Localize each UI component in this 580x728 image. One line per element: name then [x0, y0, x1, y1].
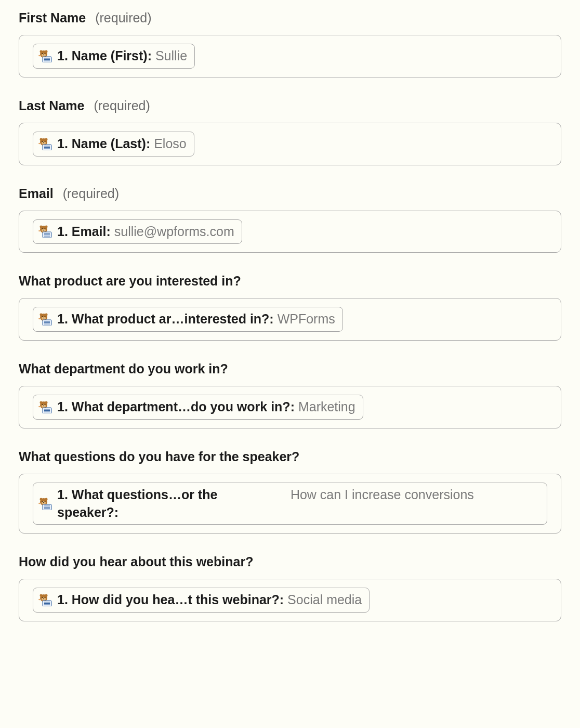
- smart-tag[interactable]: 1. How did you hea…t this webinar?: Soci…: [33, 588, 370, 613]
- field-label: How did you hear about this webinar?: [19, 554, 253, 569]
- bear-form-icon: [38, 50, 52, 62]
- smart-tag[interactable]: 1. Name (First): Sullie: [33, 44, 195, 69]
- smart-tag-key: 1. Email:: [57, 224, 114, 239]
- smart-tag[interactable]: 1. Email: sullie@wpforms.com: [33, 219, 242, 244]
- field-input-box[interactable]: 1. What questions…or the speaker?:How ca…: [19, 474, 561, 534]
- field-label: What product are you interested in?: [19, 274, 241, 289]
- smart-tag-value: Marketing: [298, 399, 355, 414]
- field-input-box[interactable]: 1. What department…do you work in?: Mark…: [19, 386, 561, 428]
- field-label: Email: [19, 186, 54, 201]
- required-indicator: (required): [95, 10, 151, 25]
- form-field-group: First Name(required)1. Name (First): Sul…: [19, 10, 561, 77]
- smart-tag-value: Eloso: [154, 136, 187, 151]
- required-indicator: (required): [63, 186, 119, 201]
- field-label: Last Name: [19, 98, 84, 113]
- field-label: What department do you work in?: [19, 361, 228, 376]
- bear-form-icon: [38, 313, 52, 326]
- smart-tag-key: 1. What department…do you work in?:: [57, 399, 298, 414]
- smart-tag-key: 1. Name (First):: [57, 48, 155, 63]
- smart-tag-value: Social media: [287, 592, 362, 607]
- smart-tag-value: Sullie: [155, 48, 187, 63]
- field-label: What questions do you have for the speak…: [19, 449, 299, 464]
- field-label-row: Email(required): [19, 186, 561, 201]
- field-input-box[interactable]: 1. How did you hea…t this webinar?: Soci…: [19, 579, 561, 621]
- smart-tag-value: WPForms: [278, 311, 335, 326]
- smart-tag-key: 1. What product ar…interested in?:: [57, 311, 278, 326]
- smart-tag-key: 1. How did you hea…t this webinar?:: [57, 592, 287, 607]
- field-label-row: First Name(required): [19, 10, 561, 25]
- smart-tag[interactable]: 1. What product ar…interested in?: WPFor…: [33, 307, 343, 332]
- form-field-group: How did you hear about this webinar?1. H…: [19, 554, 561, 621]
- bear-form-icon: [38, 594, 52, 606]
- required-indicator: (required): [94, 98, 150, 113]
- form-field-group: What questions do you have for the speak…: [19, 449, 561, 534]
- field-label-row: What department do you work in?: [19, 361, 561, 376]
- bear-form-icon: [38, 138, 52, 150]
- smart-tag[interactable]: 1. What questions…or the speaker?:How ca…: [33, 483, 547, 525]
- field-label-row: What questions do you have for the speak…: [19, 449, 561, 464]
- smart-tag-key: 1. What questions…or the speaker?:: [57, 486, 279, 522]
- form-field-group: Last Name(required)1. Name (Last): Eloso: [19, 98, 561, 165]
- bear-form-icon: [38, 498, 52, 510]
- smart-tag[interactable]: 1. Name (Last): Eloso: [33, 132, 194, 157]
- smart-tag-value: sullie@wpforms.com: [114, 224, 234, 239]
- form-field-group: Email(required)1. Email: sullie@wpforms.…: [19, 186, 561, 253]
- form-field-group: What department do you work in?1. What d…: [19, 361, 561, 428]
- field-label: First Name: [19, 10, 86, 25]
- smart-tag-value: How can I increase conversions: [291, 486, 539, 504]
- bear-form-icon: [38, 401, 52, 413]
- smart-tag-key: 1. Name (Last):: [57, 136, 154, 151]
- bear-form-icon: [38, 225, 52, 238]
- field-input-box[interactable]: 1. What product ar…interested in?: WPFor…: [19, 298, 561, 341]
- field-label-row: How did you hear about this webinar?: [19, 554, 561, 569]
- field-label-row: What product are you interested in?: [19, 274, 561, 289]
- smart-tag[interactable]: 1. What department…do you work in?: Mark…: [33, 395, 363, 420]
- form-field-group: What product are you interested in?1. Wh…: [19, 274, 561, 341]
- field-input-box[interactable]: 1. Name (Last): Eloso: [19, 123, 561, 165]
- field-label-row: Last Name(required): [19, 98, 561, 113]
- field-input-box[interactable]: 1. Name (First): Sullie: [19, 35, 561, 77]
- field-input-box[interactable]: 1. Email: sullie@wpforms.com: [19, 211, 561, 253]
